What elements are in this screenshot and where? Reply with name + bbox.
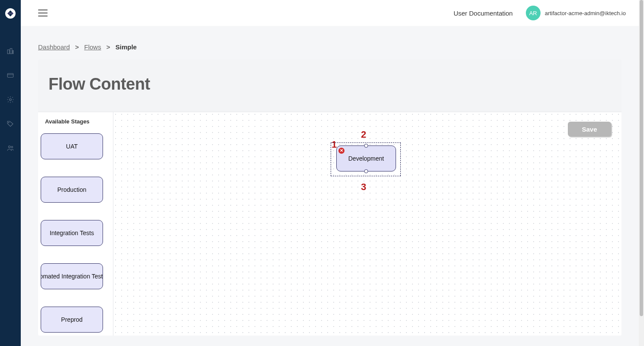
annotation-number-2: 2	[361, 129, 366, 140]
hamburger-menu-icon[interactable]	[38, 10, 48, 16]
svg-rect-8	[7, 74, 13, 78]
nav-icon-tag[interactable]	[6, 120, 15, 128]
node-selection-frame[interactable]: ✕ Development	[331, 142, 401, 176]
header-right: User Documentation AR artifactor-acme-ad…	[454, 6, 626, 20]
svg-rect-5	[7, 50, 10, 54]
breadcrumb-separator: >	[75, 43, 79, 51]
avatar: AR	[526, 6, 541, 20]
breadcrumb-current: Simple	[116, 43, 137, 51]
stage-card-integration-tests[interactable]: Integration Tests	[41, 220, 103, 246]
svg-point-10	[10, 99, 12, 101]
available-stages-title: Available Stages	[42, 118, 109, 125]
svg-point-13	[11, 146, 13, 148]
stage-card-automated-integration-tests[interactable]: tomated Integration Tests	[41, 263, 103, 289]
breadcrumb-dashboard[interactable]: Dashboard	[38, 43, 70, 51]
breadcrumb-separator: >	[106, 43, 110, 51]
app-logo[interactable]	[5, 8, 16, 21]
stage-card-production[interactable]: Production	[41, 177, 103, 203]
main-content: Dashboard > Flows > Simple Flow Content …	[21, 26, 639, 346]
node-delete-icon[interactable]: ✕	[338, 148, 345, 154]
card-header: Flow Content	[38, 59, 621, 112]
scrollbar-thumb[interactable]	[640, 0, 643, 316]
node-port-bottom[interactable]	[364, 169, 368, 173]
stage-card-preprod[interactable]: Preprod	[41, 307, 103, 333]
page-title: Flow Content	[48, 75, 611, 94]
documentation-link[interactable]: User Documentation	[454, 10, 513, 17]
user-menu[interactable]: AR artifactor-acme-admin@iktech.io	[526, 6, 626, 20]
content-card: Flow Content Available Stages UAT Produc…	[38, 59, 621, 336]
stage-card-uat[interactable]: UAT	[41, 133, 103, 159]
card-body: Available Stages UAT Production Integrat…	[38, 112, 621, 336]
svg-rect-7	[13, 51, 13, 54]
flow-canvas[interactable]: Save 2 1 3 ✕ Development	[113, 112, 621, 336]
user-email: artifactor-acme-admin@iktech.io	[545, 10, 626, 16]
save-button[interactable]: Save	[568, 122, 611, 136]
breadcrumb-flows[interactable]: Flows	[84, 43, 101, 51]
vertical-scrollbar[interactable]	[639, 0, 644, 346]
flow-node-development[interactable]: ✕ Development	[336, 146, 396, 171]
node-label: Development	[348, 155, 384, 162]
nav-icon-users[interactable]	[6, 144, 15, 152]
nav-rail	[0, 0, 21, 346]
nav-icon-card[interactable]	[6, 71, 15, 80]
top-header: User Documentation AR artifactor-acme-ad…	[21, 0, 639, 26]
svg-rect-6	[10, 49, 12, 54]
available-stages-panel: Available Stages UAT Production Integrat…	[38, 112, 113, 336]
node-port-top[interactable]	[364, 144, 368, 148]
svg-point-12	[9, 146, 11, 148]
nav-icon-settings[interactable]	[6, 95, 15, 104]
breadcrumb: Dashboard > Flows > Simple	[38, 43, 621, 51]
nav-icon-buildings[interactable]	[6, 47, 15, 55]
annotation-number-3: 3	[361, 181, 366, 193]
svg-point-11	[9, 122, 10, 123]
